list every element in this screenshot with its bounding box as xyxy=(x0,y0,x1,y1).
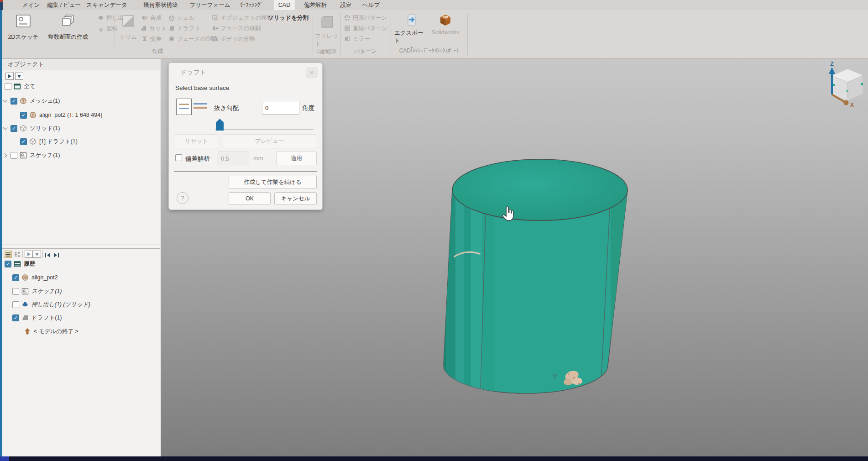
collapse-all-icon[interactable] xyxy=(33,251,41,258)
collapse-all-icon[interactable] xyxy=(15,73,23,80)
draft-angle-slider-handle[interactable] xyxy=(216,119,224,131)
linear-pattern-button[interactable]: 直線パターン xyxy=(344,24,387,32)
preview-button[interactable]: プレビュー xyxy=(223,134,316,148)
axis-x-label: X xyxy=(850,102,854,108)
toolbar-separator xyxy=(42,251,43,258)
mirror-button[interactable]: ミラー xyxy=(344,35,370,43)
tree-item-mesh-group[interactable]: メッシュ(1) xyxy=(3,95,60,107)
history-item-extrude[interactable]: 押し出し(1) (ソリッド) xyxy=(12,299,90,310)
checkbox[interactable] xyxy=(12,288,19,295)
checkbox[interactable] xyxy=(10,125,17,132)
smudge-text: 分 xyxy=(553,373,558,379)
history-item-draft[interactable]: ドラフト(1) xyxy=(12,312,62,324)
shell-icon xyxy=(168,15,175,21)
tree-item-label: 全て xyxy=(24,83,35,90)
solidworks-icon: SW xyxy=(439,14,452,28)
list-view-icon[interactable] xyxy=(4,251,12,258)
app-logo xyxy=(0,2,3,10)
revolve-label: 回転 xyxy=(106,25,118,33)
tree-item-draft[interactable]: [1] ドラフト(1) xyxy=(20,136,78,147)
menu-tab-deviation[interactable]: 偏差解析 xyxy=(299,0,331,10)
draft-ribbon-button[interactable]: ドラフト xyxy=(168,24,200,32)
reset-button[interactable]: リセット xyxy=(174,134,219,148)
chevron-closed-icon[interactable] xyxy=(3,153,8,157)
ribbon-separator xyxy=(313,13,313,55)
tree-item-align-pot2[interactable]: align_pot2 (T: 1 648 494) xyxy=(20,109,102,121)
checkbox[interactable] xyxy=(10,152,17,159)
checkbox[interactable] xyxy=(12,314,19,321)
separate-body-button[interactable]: ボディの分離 xyxy=(212,35,255,43)
linear-pattern-label: 直線パターン xyxy=(353,25,387,32)
tree-item-label: ソリッド(1) xyxy=(30,125,60,132)
intersect-button[interactable]: 交差 xyxy=(141,35,162,43)
menu-tab-help[interactable]: ヘルプ xyxy=(358,0,384,10)
menu-tab-geometry[interactable]: 幾何形状構築 xyxy=(139,0,183,10)
chevron-open-icon[interactable] xyxy=(3,99,8,103)
base-surface-option-selected[interactable] xyxy=(176,99,192,115)
move-face-icon xyxy=(212,25,218,31)
objects-panel-header: オブジェクト xyxy=(2,58,160,70)
checkbox[interactable] xyxy=(20,138,27,145)
chevron-open-icon[interactable] xyxy=(3,126,8,131)
menu-tab-settings[interactable]: 設定 xyxy=(336,0,356,10)
draft-dialog: ドラフト × Select base surface 抜き勾配 角度 リセット … xyxy=(168,63,323,210)
history-item-sketch[interactable]: スケッチ(1) xyxy=(12,285,62,297)
help-icon[interactable]: ? xyxy=(177,192,188,204)
panel-splitter[interactable] xyxy=(2,245,160,245)
draft-angle-slider-track[interactable] xyxy=(215,129,314,130)
history-item-model-end[interactable]: < モデルの終了 > xyxy=(21,325,78,337)
history-root[interactable]: 履歴 xyxy=(5,258,35,270)
tree-item-solid-group[interactable]: ソリッド(1) xyxy=(3,122,60,134)
menu-bar: メイン 編集 / ビュー スキャンデータ 幾何形状構築 フリーフォーム ｻｰﾌｪ… xyxy=(0,0,868,10)
circular-pattern-button[interactable]: 円形パターン xyxy=(344,14,387,22)
checkbox[interactable] xyxy=(12,301,19,308)
menu-tab-main[interactable]: メイン xyxy=(18,0,44,10)
dialog-close-button[interactable]: × xyxy=(306,67,318,78)
cut-button[interactable]: カット xyxy=(141,24,167,32)
objects-panel-title: オブジェクト xyxy=(8,61,44,68)
solidworks-button[interactable]: SW Solidworks xyxy=(429,14,461,36)
tree-item-sketch-group[interactable]: スケッチ(1) xyxy=(3,149,60,161)
history-item-align-pot2[interactable]: align_pot2 xyxy=(12,272,58,283)
panel-splitter[interactable] xyxy=(2,248,160,249)
menu-tab-freeform[interactable]: フリーフォーム xyxy=(185,0,235,10)
go-last-icon[interactable] xyxy=(53,251,59,260)
expand-all-icon[interactable] xyxy=(25,251,33,258)
sketch-icon xyxy=(21,288,29,295)
menu-tab-cad[interactable]: CAD xyxy=(274,0,295,10)
export-button[interactable]: エクスポート ▼ xyxy=(394,14,429,50)
intersect-icon xyxy=(141,36,148,42)
apply-button[interactable]: 適用 xyxy=(276,152,317,165)
intersect-label: 交差 xyxy=(150,35,162,43)
shell-button[interactable]: シェル xyxy=(168,14,194,22)
layers-icon xyxy=(13,83,21,90)
checkbox[interactable] xyxy=(5,83,11,90)
deviation-checkbox[interactable] xyxy=(175,154,182,161)
ok-button[interactable]: OK xyxy=(229,192,271,205)
menu-tab-edit-view[interactable]: 編集 / ビュー xyxy=(42,0,85,10)
checkbox[interactable] xyxy=(10,98,17,105)
create-and-continue-button[interactable]: 作成して作業を続ける xyxy=(229,176,317,189)
checkbox[interactable] xyxy=(20,112,27,119)
move-object-button[interactable]: オブジェクトの移動 xyxy=(212,14,273,22)
checkbox[interactable] xyxy=(12,274,19,281)
tree-item-label: align_pot2 (T: 1 648 494) xyxy=(39,112,102,118)
sketch-2d-button[interactable]: 2Dスケッチ xyxy=(5,14,41,41)
draft-angle-input[interactable] xyxy=(262,101,299,115)
tree-item-all[interactable]: 全て xyxy=(5,80,35,92)
base-surface-option-alt[interactable] xyxy=(193,103,207,111)
cancel-button[interactable]: キャンセル xyxy=(274,192,317,205)
go-first-icon[interactable] xyxy=(45,251,51,260)
boolean-button[interactable]: 合成 xyxy=(141,14,162,22)
expand-all-icon[interactable] xyxy=(5,73,14,80)
bottom-strip-accent xyxy=(0,456,9,461)
view-cube[interactable]: Z X xyxy=(819,62,868,114)
split-solid-button[interactable]: ソリッドを分割 xyxy=(268,14,309,22)
menu-tab-scan-data[interactable]: スキャンデータ xyxy=(82,0,131,10)
trim-button[interactable]: トリム xyxy=(117,14,140,41)
checkbox[interactable] xyxy=(5,261,11,267)
multi-section-button[interactable]: 複数断面の作成 xyxy=(42,14,94,41)
delete-face-button[interactable]: フェースの削除 xyxy=(168,35,218,43)
menu-tab-surfacing[interactable]: ｻｰﾌｪｼﾝｸﾞ xyxy=(235,0,267,10)
move-face-button[interactable]: フェースの移動 xyxy=(212,24,261,32)
